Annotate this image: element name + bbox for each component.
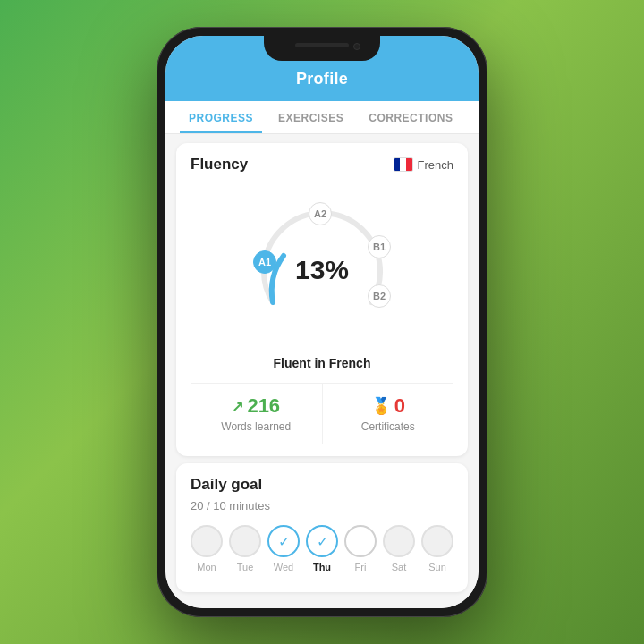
level-b2: B2: [368, 284, 391, 308]
day-fri: Fri: [344, 525, 377, 572]
french-flag: [394, 157, 413, 172]
speaker: [295, 43, 349, 47]
level-a1: A1: [253, 250, 276, 274]
day-label-mon: Mon: [197, 562, 216, 572]
day-label-sun: Sun: [428, 562, 446, 572]
certificates-stat: 🏅 0 Certificates: [323, 384, 454, 444]
circle-center: 13%: [295, 255, 349, 285]
day-sun: Sun: [421, 525, 453, 572]
tab-progress[interactable]: PROGRESS: [180, 101, 262, 133]
words-stat: ↗ 216 Words learned: [191, 384, 323, 444]
trend-icon: ↗: [232, 398, 243, 415]
day-label-tue: Tue: [237, 562, 254, 572]
percentage-value: 13%: [295, 255, 349, 285]
day-label-fri: Fri: [355, 562, 367, 572]
app-header: Profile: [165, 63, 479, 101]
fluency-title: Fluency: [191, 156, 248, 174]
daily-goal-card: Daily goal 20 / 10 minutes Mon Tue: [176, 463, 468, 592]
header-title: Profile: [296, 70, 348, 88]
words-label: Words learned: [198, 420, 315, 433]
certificate-icon: 🏅: [371, 396, 391, 416]
words-value: ↗ 216: [198, 394, 315, 418]
check-thu: ✓: [317, 533, 328, 550]
day-circle-tue: [229, 525, 261, 557]
level-b1: B1: [368, 235, 391, 258]
day-circle-sat: [383, 525, 415, 557]
check-wed: ✓: [278, 533, 290, 550]
day-thu: ✓ Thu: [306, 525, 338, 572]
flag-white: [400, 158, 406, 171]
day-circle-wed: ✓: [267, 525, 300, 557]
fluent-label: Fluent in French: [191, 356, 453, 370]
day-circle-mon: [191, 525, 223, 557]
tab-corrections[interactable]: CORRECTIONS: [360, 101, 462, 133]
day-circle-thu: ✓: [306, 525, 338, 557]
day-tue: Tue: [229, 525, 261, 572]
days-row: Mon Tue ✓ Wed: [191, 525, 453, 572]
fluency-card: Fluency French: [176, 143, 468, 456]
day-mon: Mon: [191, 525, 223, 572]
tab-bar: PROGRESS EXERCISES CORRECTIONS: [165, 101, 479, 134]
day-label-thu: Thu: [313, 562, 331, 572]
stats-row: ↗ 216 Words learned 🏅 0 Certificates: [191, 383, 453, 444]
day-circle-sun: [421, 525, 453, 557]
fluency-header: Fluency French: [191, 156, 453, 174]
language-name: French: [418, 158, 453, 172]
flag-red: [406, 158, 412, 171]
phone-screen: Profile PROGRESS EXERCISES CORRECTIONS F…: [165, 36, 479, 608]
day-label-sat: Sat: [392, 562, 407, 572]
daily-goal-title: Daily goal: [191, 476, 453, 494]
language-badge: French: [394, 157, 453, 172]
day-wed: ✓ Wed: [267, 525, 300, 572]
level-a2: A2: [309, 202, 332, 225]
circular-progress: A1 A2 B1 B2 13%: [191, 186, 453, 352]
day-circle-fri: [344, 525, 377, 557]
cert-label: Certificates: [330, 420, 447, 433]
day-label-wed: Wed: [274, 562, 293, 572]
flag-blue: [394, 158, 401, 171]
daily-goal-time: 20 / 10 minutes: [191, 499, 453, 513]
phone-frame: Profile PROGRESS EXERCISES CORRECTIONS F…: [157, 27, 487, 617]
cert-value: 🏅 0: [330, 394, 447, 418]
camera: [353, 43, 360, 50]
notch: [264, 36, 380, 61]
tab-exercises[interactable]: EXERCISES: [269, 101, 352, 133]
day-sat: Sat: [383, 525, 415, 572]
content-area: Fluency French: [165, 134, 479, 608]
